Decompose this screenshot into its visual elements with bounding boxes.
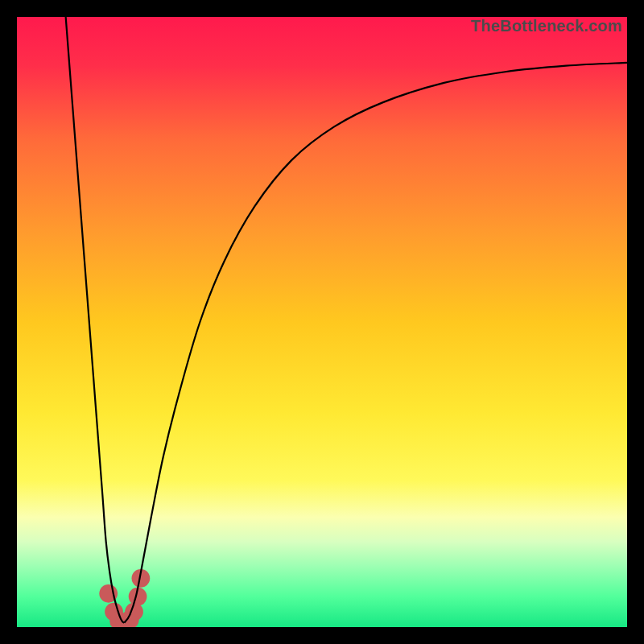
chart-frame: TheBottleneck.com — [0, 0, 644, 644]
plot-area: TheBottleneck.com — [17, 17, 627, 627]
watermark-text: TheBottleneck.com — [471, 17, 622, 35]
gradient-background — [17, 17, 627, 627]
bottleneck-chart — [17, 17, 627, 627]
